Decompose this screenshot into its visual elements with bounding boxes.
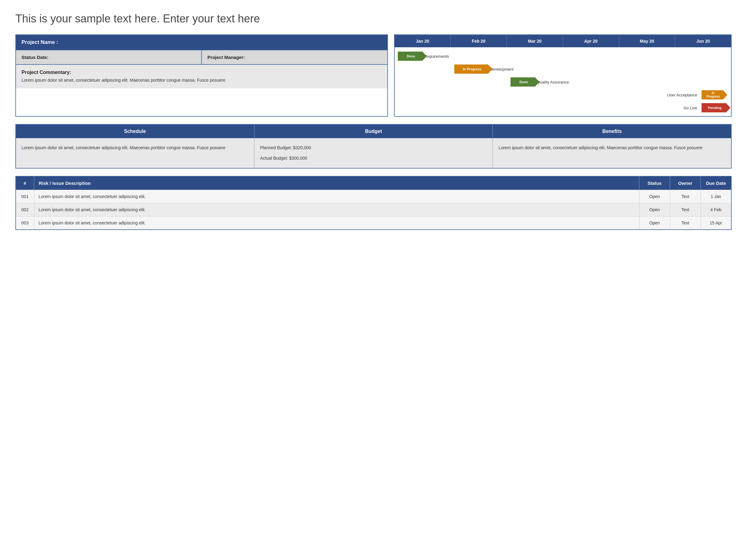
label-uat: User Acceptance <box>667 93 699 97</box>
table-row: 002 Lorem ipsum dolor sit amet, consecte… <box>16 203 731 216</box>
risk-owner-2: Text <box>670 203 701 216</box>
sbb-benefits-text: Lorem ipsum dolor sit amet, consectetuer… <box>493 138 731 168</box>
sbb-schedule-text: Lorem ipsum dolor sit amet, consectetuer… <box>16 138 255 168</box>
gantt-month-5: May 20 <box>619 35 675 47</box>
sbb-budget-planned: Planned Budget: $320,000 <box>260 144 487 151</box>
gantt-body: Done Requirements In Progress Developmen… <box>395 47 731 116</box>
gantt-row-requirements: Done Requirements <box>396 50 508 63</box>
bar-qa: Done <box>511 77 535 86</box>
status-date-label: Status Date: <box>22 55 49 60</box>
project-name-row: Project Name : <box>16 35 387 50</box>
sbb-header: Schedule Budget Benefits <box>16 125 731 138</box>
commentary-text: Lorem ipsum dolor sit amet, consectetuer… <box>22 77 382 83</box>
gantt-header: Jan 20 Feb 20 Mar 20 Apr 20 May 20 Jun 2… <box>395 35 731 47</box>
risk-col-status: Status <box>639 176 670 190</box>
sbb-section: Schedule Budget Benefits Lorem ipsum dol… <box>15 124 732 168</box>
gantt-month-4: Apr 20 <box>563 35 619 47</box>
risk-status-1: Open <box>639 190 670 203</box>
sbb-header-benefits: Benefits <box>493 125 731 138</box>
risk-col-num: # <box>16 176 34 190</box>
page-title: This is your sample text here. Enter you… <box>15 12 732 25</box>
table-row: 001 Lorem ipsum dolor sit amet, consecte… <box>16 190 731 203</box>
label-golive: Go Live <box>684 106 699 110</box>
risk-num-3: 003 <box>16 216 34 230</box>
risk-table-header: # Risk / Issue Description Status Owner … <box>16 176 731 190</box>
sbb-header-schedule: Schedule <box>16 125 255 138</box>
sbb-header-budget: Budget <box>255 125 493 138</box>
table-row: 003 Lorem ipsum dolor sit amet, consecte… <box>16 216 731 230</box>
gantt-month-2: Feb 20 <box>450 35 507 47</box>
gantt-month-3: Mar 20 <box>507 35 563 47</box>
risk-num-2: 002 <box>16 203 34 216</box>
bar-development: In Progress <box>454 64 488 74</box>
label-qa: Quality Assurance <box>535 80 569 84</box>
project-manager-cell: Project Manager: <box>202 50 387 64</box>
risk-header-row: # Risk / Issue Description Status Owner … <box>16 176 731 190</box>
risk-table-body: 001 Lorem ipsum dolor sit amet, consecte… <box>16 190 731 230</box>
status-date-cell: Status Date: <box>16 50 202 64</box>
gantt-panel: Jan 20 Feb 20 Mar 20 Apr 20 May 20 Jun 2… <box>394 34 732 117</box>
risk-status-2: Open <box>639 203 670 216</box>
top-section: Project Name : Status Date: Project Mana… <box>15 34 732 117</box>
risk-col-owner: Owner <box>670 176 701 190</box>
left-panel: Project Name : Status Date: Project Mana… <box>15 34 388 117</box>
gantt-row-qa: Done Quality Assurance <box>508 76 674 88</box>
sbb-budget-actual: Actual Budget: $300,000 <box>260 155 487 161</box>
sbb-budget-cell: Planned Budget: $320,000 Actual Budget: … <box>255 138 493 168</box>
bar-uat: InProgress <box>701 90 723 100</box>
risk-desc-1: Lorem ipsum dolor sit amet, consectetuer… <box>34 190 639 203</box>
sbb-body: Lorem ipsum dolor sit amet, consectetuer… <box>16 138 731 168</box>
gantt-row-uat: User Acceptance InProgress <box>396 88 729 101</box>
risk-owner-3: Text <box>670 216 701 230</box>
risk-due-1: 1 Jan <box>701 190 731 203</box>
gantt-month-1: Jan 20 <box>395 35 451 47</box>
gantt-row-golive: Go Live Pending <box>396 101 729 114</box>
risk-num-1: 001 <box>16 190 34 203</box>
risk-desc-3: Lorem ipsum dolor sit amet, consectetuer… <box>34 216 639 230</box>
risk-status-3: Open <box>639 216 670 230</box>
gantt-row-development: In Progress Development <box>452 63 618 76</box>
commentary-title: Project Commentary: <box>22 70 382 75</box>
risk-due-2: 4 Feb <box>701 203 731 216</box>
risk-table: # Risk / Issue Description Status Owner … <box>15 176 732 230</box>
project-manager-label: Project Manager: <box>207 55 245 60</box>
commentary-row: Project Commentary: Lorem ipsum dolor si… <box>16 64 387 88</box>
gantt-month-6: Jun 20 <box>675 35 731 47</box>
risk-due-3: 15 Apr <box>701 216 731 230</box>
risk-col-desc: Risk / Issue Description <box>34 176 639 190</box>
risk-owner-1: Text <box>670 190 701 203</box>
bar-requirements: Done <box>398 52 422 61</box>
bar-golive: Pending <box>701 103 726 112</box>
risk-desc-2: Lorem ipsum dolor sit amet, consectetuer… <box>34 203 639 216</box>
status-row: Status Date: Project Manager: <box>16 50 387 64</box>
risk-col-due: Due Date <box>701 176 731 190</box>
project-name-label: Project Name : <box>22 39 58 45</box>
